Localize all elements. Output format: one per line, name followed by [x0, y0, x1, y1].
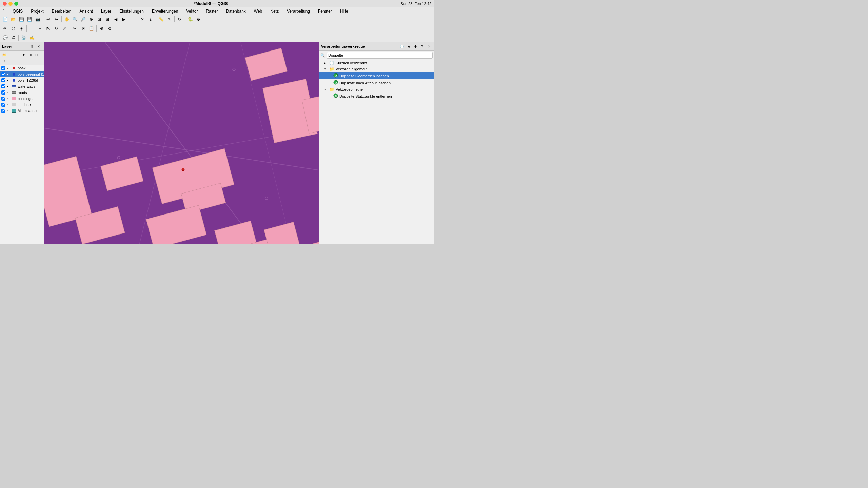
save-project-button[interactable]: 💾: [18, 16, 25, 23]
redo-button[interactable]: ↪: [53, 16, 60, 23]
topology-button[interactable]: ⊗: [106, 25, 114, 32]
identify-button[interactable]: ℹ: [147, 16, 154, 23]
layer-checkbox-roads[interactable]: [1, 90, 5, 95]
layer-checkbox-pofw[interactable]: [1, 66, 5, 70]
undo-button[interactable]: ↩: [44, 16, 52, 23]
measure-button[interactable]: 📏: [157, 16, 165, 23]
rotate-feature-button[interactable]: ↻: [53, 25, 60, 32]
menu-raster[interactable]: Raster: [204, 9, 219, 14]
layer-expand-buildings[interactable]: ▸: [7, 97, 10, 100]
layer-collapse-all-button[interactable]: ⊟: [34, 52, 40, 58]
layer-expand-roads[interactable]: ▸: [7, 91, 10, 94]
layer-item-pois-bereinigt[interactable]: ▸ pois-bereinigt [12138] ⬜: [0, 71, 44, 77]
tree-dupe-vertices[interactable]: ⚙ Doppelte Stützpunkte entfernen: [319, 93, 434, 100]
menu-fenster[interactable]: Fenster: [317, 9, 333, 14]
tree-recently-used[interactable]: ▸ 🕐 Kürzlich verwendet: [319, 60, 434, 66]
layer-checkbox-landuse[interactable]: [1, 103, 5, 107]
maximize-button[interactable]: [14, 2, 18, 6]
delete-feature-button[interactable]: −: [36, 25, 44, 32]
processing-history-button[interactable]: 🕐: [399, 43, 405, 49]
layer-move-up-button[interactable]: ↑: [1, 58, 7, 64]
layer-item-waterways[interactable]: ▸ waterways: [0, 83, 44, 89]
layer-item-pofw[interactable]: ▸ pofw: [0, 65, 44, 71]
processing-help-button[interactable]: ?: [419, 43, 425, 49]
processing-bookmark-button[interactable]: ★: [406, 43, 412, 49]
gps-button[interactable]: 📡: [20, 34, 27, 41]
edit-digitize-button[interactable]: ✏: [1, 25, 9, 32]
select-button[interactable]: ⬚: [131, 16, 138, 23]
menu-netz[interactable]: Netz: [269, 9, 280, 14]
zoom-out-button[interactable]: 🔎: [79, 16, 87, 23]
layer-open-button[interactable]: 📂: [1, 52, 7, 58]
layer-checkbox-pois[interactable]: [1, 78, 5, 82]
menu-erweiterungen[interactable]: Erweiterungen: [151, 9, 179, 14]
tree-vectors-general[interactable]: ▾ 📁 Vektoren allgemein: [319, 66, 434, 72]
new-project-button[interactable]: 📄: [1, 16, 9, 23]
menu-datenbank[interactable]: Datenbank: [225, 9, 247, 14]
layer-remove-button[interactable]: −: [14, 52, 20, 58]
annotation-button[interactable]: ✎: [165, 16, 173, 23]
processing-settings-button[interactable]: ⚙: [412, 43, 418, 49]
python-button[interactable]: 🐍: [186, 16, 194, 23]
snap-button[interactable]: ⊕: [98, 25, 105, 32]
layer-panel-close-button[interactable]: ✕: [36, 43, 42, 49]
layer-item-roads[interactable]: ▸ roads: [0, 89, 44, 96]
layer-expand-waterways[interactable]: ▸: [7, 85, 10, 88]
layer-expand-all-button[interactable]: ⊞: [27, 52, 33, 58]
layer-move-down-button[interactable]: ↓: [8, 58, 14, 64]
menu-verarbeitung[interactable]: Verarbeitung: [285, 9, 311, 14]
layer-item-buildings[interactable]: ▸ buildings: [0, 96, 44, 102]
minimize-button[interactable]: [8, 2, 13, 6]
layer-panel-settings-button[interactable]: ⚙: [28, 43, 35, 49]
zoom-next-button[interactable]: ▶: [120, 16, 127, 23]
layer-expand-pois[interactable]: ▸: [7, 79, 10, 82]
zoom-prev-button[interactable]: ◀: [112, 16, 119, 23]
print-button[interactable]: 📷: [34, 16, 41, 23]
move-feature-button[interactable]: ⇱: [44, 25, 52, 32]
tree-delete-dupe-geom[interactable]: ⚙ Doppelte Geometrien löschen: [319, 72, 434, 79]
tree-vector-geometry[interactable]: ▾ 📁 Vektorgeometrie: [319, 86, 434, 93]
close-button[interactable]: [3, 2, 7, 6]
digitize-button[interactable]: ✍: [28, 34, 36, 41]
menu-web[interactable]: Web: [253, 9, 263, 14]
zoom-layer-button[interactable]: ⊡: [96, 16, 103, 23]
traffic-lights[interactable]: [3, 2, 18, 6]
layer-filter-button[interactable]: ▼: [21, 52, 27, 58]
layer-add-group-button[interactable]: +: [8, 52, 14, 58]
zoom-selection-button[interactable]: ⊞: [104, 16, 111, 23]
processing-button[interactable]: ⚙: [195, 16, 202, 23]
save-as-button[interactable]: 💾: [26, 16, 33, 23]
map-tips-button[interactable]: 💬: [1, 34, 9, 41]
zoom-in-button[interactable]: 🔍: [71, 16, 79, 23]
layer-expand-pofw[interactable]: ▸: [7, 66, 10, 70]
layer-expand-pois-bereinigt[interactable]: ▸: [7, 73, 10, 76]
map-canvas[interactable]: +: [44, 42, 319, 244]
edit-node-button[interactable]: ⬡: [9, 25, 17, 32]
menu-hilfe[interactable]: Hilfe: [339, 9, 350, 14]
scale-feature-button[interactable]: ⤢: [61, 25, 68, 32]
search-input[interactable]: [327, 52, 433, 59]
processing-close-button[interactable]: ✕: [426, 43, 432, 49]
layer-item-mittelsachsen[interactable]: ▸ Mittelsachsen: [0, 108, 44, 114]
deselect-button[interactable]: ✕: [139, 16, 146, 23]
layer-expand-mittelsachsen[interactable]: ▸: [7, 109, 10, 113]
layer-expand-landuse[interactable]: ▸: [7, 103, 10, 106]
layer-item-landuse[interactable]: ▸ landuse: [0, 102, 44, 108]
menu-layer[interactable]: Layer: [100, 9, 113, 14]
add-feature-button[interactable]: +: [28, 25, 36, 32]
edit-vertex-button[interactable]: ◈: [18, 25, 25, 32]
label-button[interactable]: 🏷: [9, 34, 17, 41]
refresh-button[interactable]: ⟳: [176, 16, 183, 23]
layer-checkbox-buildings[interactable]: [1, 97, 5, 101]
layer-checkbox-pois-bereinigt[interactable]: [1, 72, 5, 76]
menu-einstellungen[interactable]: Einstellungen: [118, 9, 145, 14]
copy-button[interactable]: ⎘: [79, 25, 87, 32]
pan-button[interactable]: ✋: [63, 16, 71, 23]
menu-bearbeiten[interactable]: Bearbeiten: [51, 9, 73, 14]
tree-dupe-by-attr[interactable]: ⚙ Duplikate nach Attribut löschen: [319, 79, 434, 86]
open-project-button[interactable]: 📂: [9, 16, 17, 23]
paste-button[interactable]: 📋: [87, 25, 95, 32]
zoom-full-button[interactable]: ⊕: [87, 16, 95, 23]
cut-button[interactable]: ✂: [71, 25, 79, 32]
menu-qgis[interactable]: QGIS: [11, 9, 24, 14]
